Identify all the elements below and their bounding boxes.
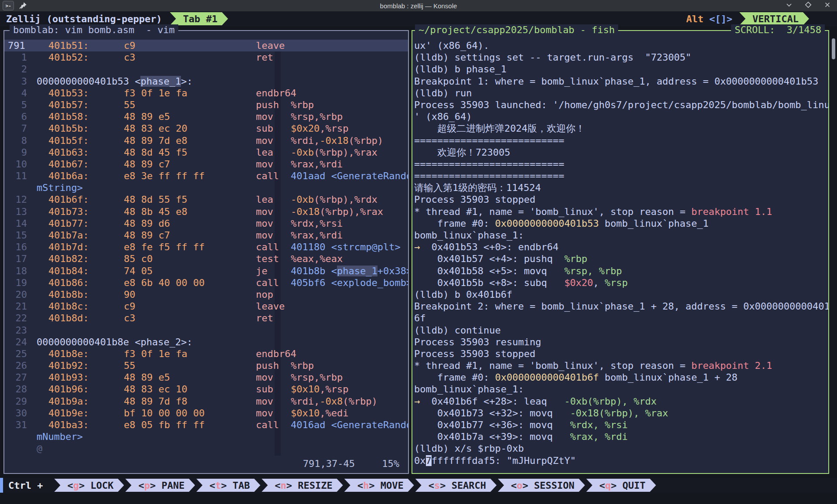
vim-row: 791401b51:c9leave (4, 40, 408, 51)
terminal-line: 0x401b57 <+4>: pushq %rbp (414, 253, 828, 265)
close-icon[interactable] (824, 1, 831, 8)
vim-row: 23 (4, 324, 408, 336)
terminal-line: (lldb) continue (414, 324, 828, 336)
session-name: Zellij (outstanding-pepper) (6, 14, 162, 24)
alt-hint-label: Alt (686, 14, 709, 24)
terminal-line: bomb_linux`phase_1: (414, 229, 828, 241)
scroll-indicator: SCROLL: 3/1458 (731, 24, 825, 36)
keybar-prefix: Ctrl + (8, 480, 43, 491)
terminal-line: ' (x86_64) (414, 111, 828, 123)
terminal-line: 超级二进制炸弹2024版，欢迎你！ (414, 123, 828, 134)
terminal-line: frame #0: 0x0000000000401b6f bomb_linux`… (414, 371, 828, 383)
window-title: bomblab : zellij — Konsole (0, 2, 837, 10)
vim-row: 17401b82:85 c0test%eax,%eax (4, 253, 408, 265)
terminal-line: * thread #1, name = 'bomb_linux', stop r… (414, 360, 828, 371)
terminal-line: → 0x401b6f <+28>: leaq -0xb(%rbp), %rdx (414, 395, 828, 407)
vim-row: 9401b63:48 8d 45 f5lea-0xb(%rbp),%rax (4, 146, 408, 158)
terminal-line: 请输入第1级的密码：114524 (414, 182, 828, 194)
vim-ruler: 791,37-45 15% (4, 458, 408, 470)
terminal-line: ========================== (414, 135, 828, 146)
vim-row: 6401b58:48 89 e5mov%rsp,%rbp (4, 111, 408, 123)
scroll-percent: 15% (382, 458, 399, 470)
vim-row: 11401b6a:e8 3e ff ff ffcall401aad <Gener… (4, 170, 408, 182)
vim-row: 19401b86:e8 6b 40 00 00call405bf6 <explo… (4, 277, 408, 289)
terminal-line: Process 35903 resuming (414, 336, 828, 348)
terminal-line: Process 35903 launched: '/home/gh0s7/pro… (414, 99, 828, 111)
vim-row: 30000000000401b53 <phase_1>: (4, 75, 408, 87)
terminal-line: (lldb) settings set -- target.run-args "… (414, 51, 828, 63)
terminal-line: Breakpoint 1: where = bomb_linux`phase_1… (414, 75, 828, 87)
vim-row: 8401b5f:48 89 7d e8mov%rdi,-0x18(%rbp) (4, 135, 408, 146)
terminal-line: 0x7fffffffdaf5: "mJHurpQZtY" (414, 455, 828, 467)
vim-row: 1401b52:c3ret (4, 51, 408, 63)
terminal-line: 欢迎你！723005 (414, 146, 828, 158)
keybar-hint-pane[interactable]: <p> PANE (125, 479, 195, 492)
vim-row: 29401b9a:48 89 7d f8mov%rdi,-0x8(%rbp) (4, 395, 408, 407)
keybar-hint-tab[interactable]: <t> TAB (196, 479, 260, 492)
terminal-line: → 0x401b53 <+0>: endbr64 (414, 241, 828, 253)
fish-lldb-pane[interactable]: ~/project/csapp2025/bomblab - fish SCROL… (412, 30, 829, 474)
keybar-hint-quit[interactable]: <q> QUIT (586, 479, 656, 492)
window-titlebar: >- bomblab : zellij — Konsole (0, 0, 837, 11)
terminal-line: ========================== (414, 170, 828, 182)
keybar-hint-lock[interactable]: <g> LOCK (54, 479, 124, 492)
vim-row: 10401b67:48 89 c7mov%rax,%rdi (4, 158, 408, 170)
vim-row: mNumber> (4, 431, 408, 443)
vim-row: 5401b57:55push%rbp (4, 99, 408, 111)
maximize-icon[interactable] (805, 1, 812, 8)
keybar-hint-session[interactable]: <o> SESSION (498, 479, 585, 492)
vim-row: 7401b5b:48 83 ec 20sub$0x20,%rsp (4, 123, 408, 134)
terminal-line: ux' (x86_64). (414, 40, 828, 51)
terminal-line: ========================== (414, 158, 828, 170)
vim-row: 20401b8b:90nop (4, 289, 408, 300)
swap-layout-indicator[interactable]: VERTICAL (739, 12, 809, 25)
vim-row: 4401b53:f3 0f 1e faendbr64 (4, 87, 408, 99)
zellij-tabbar: Zellij (outstanding-pepper) Tab #1 Alt <… (0, 11, 837, 26)
alt-hint-glyph: <[]> (709, 14, 732, 24)
keybar-hint-move[interactable]: <h> MOVE (344, 479, 414, 492)
vim-pane-title: bomblab: vim bomb.asm - vim (10, 24, 178, 36)
vim-row: 28401b96:48 83 ec 10sub$0x10,%rsp (4, 383, 408, 395)
terminal-line: * thread #1, name = 'bomb_linux', stop r… (414, 206, 828, 218)
vim-row: 31401ba3:e8 05 fb ff ffcall4016ad <Gener… (4, 419, 408, 431)
menu-chevron-icon[interactable] (786, 1, 793, 8)
keybar-items: <g> LOCK<p> PANE<t> TAB<n> RESIZE<h> MOV… (54, 479, 657, 492)
vim-row: 15401b7a:48 89 c7mov%rax,%rdi (4, 229, 408, 241)
keybar-hint-search[interactable]: <s> SEARCH (415, 479, 497, 492)
terminal-line: bomb_linux`phase_1: (414, 383, 828, 395)
tab[interactable]: Tab #1 (170, 12, 228, 25)
vim-row: 27401b93:48 89 e5mov%rsp,%rbp (4, 371, 408, 383)
terminal-line: frame #0: 0x0000000000401b53 bomb_linux`… (414, 218, 828, 229)
vim-row: mString> (4, 182, 408, 194)
vim-row: 30401b9e:bf 10 00 00 00mov$0x10,%edi (4, 407, 408, 419)
vim-content: 791401b51:c9leave1401b52:c3ret2300000000… (4, 40, 408, 456)
vim-row: 26401b92:55push%rbp (4, 360, 408, 371)
terminal-line: (lldb) b phase_1 (414, 63, 828, 75)
cursor-position: 791,37-45 (303, 458, 355, 470)
terminal-scrollbar[interactable] (831, 27, 836, 504)
zellij-keybar: Ctrl + <g> LOCK<p> PANE<t> TAB<n> RESIZE… (0, 478, 837, 493)
vim-row: 240000000000401b8e <phase_2>: (4, 336, 408, 348)
vim-row: 14401b77:48 89 d6mov%rdx,%rsi (4, 218, 408, 229)
terminal-line: Process 35903 stopped (414, 348, 828, 360)
terminal-line: Breakpoint 2: where = bomb_linux`phase_1… (414, 300, 828, 312)
vim-row: 2 (4, 63, 408, 75)
vim-pane[interactable]: bomblab: vim bomb.asm - vim 791401b51:c9… (3, 30, 409, 474)
terminal-line: 6f (414, 312, 828, 324)
vim-row: 18401b84:74 05je401b8b <phase_1+0x38> (4, 265, 408, 277)
vim-row: 12401b6f:48 8d 55 f5lea-0xb(%rbp),%rdx (4, 194, 408, 205)
terminal-line: (lldb) x/s $rbp-0xb (414, 443, 828, 454)
lldb-output: ux' (x86_64).(lldb) settings set -- targ… (414, 40, 828, 473)
tabs-container: Tab #1 (170, 12, 228, 25)
vim-row: 21401b8c:c9leave (4, 300, 408, 312)
keybar-hint-resize[interactable]: <n> RESIZE (262, 479, 343, 492)
terminal-line: 0x401b58 <+5>: movq %rsp, %rbp (414, 265, 828, 277)
keybar-accent-bar (0, 478, 3, 493)
terminal-line: (lldb) b 0x401b6f (414, 289, 828, 300)
terminal-line: 0x401b7a <+39>: movq %rax, %rdi (414, 431, 828, 443)
vim-row: 25401b8e:f3 0f 1e faendbr64 (4, 348, 408, 360)
terminal-line: 0x401b77 <+36>: movq %rdx, %rsi (414, 419, 828, 431)
fish-pane-title: ~/project/csapp2025/bomblab - fish (415, 24, 618, 36)
scrollbar-handle[interactable] (832, 38, 835, 59)
vim-row: @ (4, 443, 408, 454)
